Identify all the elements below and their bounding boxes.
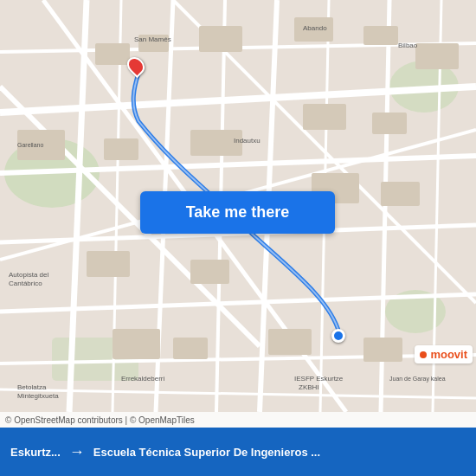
svg-text:IESFP Eskurtze: IESFP Eskurtze <box>294 375 344 383</box>
svg-text:ZKBHI: ZKBHI <box>299 383 319 391</box>
svg-rect-34 <box>372 113 407 134</box>
svg-rect-29 <box>415 43 459 69</box>
origin-marker <box>331 329 345 343</box>
svg-rect-28 <box>363 26 398 45</box>
moovit-branding: moovit <box>415 345 473 363</box>
svg-rect-31 <box>104 138 138 160</box>
svg-rect-26 <box>199 26 242 52</box>
arrow-icon: → <box>69 443 85 461</box>
map-area: San Mamés Abando Bilbao Garellano Indaut… <box>0 0 476 412</box>
svg-text:Indautxu: Indautxu <box>234 137 261 145</box>
svg-rect-36 <box>381 182 420 206</box>
destination-marker <box>128 56 144 75</box>
svg-text:Errekaldeberri: Errekaldeberri <box>121 375 164 383</box>
svg-rect-38 <box>190 260 229 284</box>
app-container: San Mamés Abando Bilbao Garellano Indaut… <box>0 0 476 476</box>
svg-rect-39 <box>113 329 160 359</box>
moovit-dot-icon <box>420 351 427 358</box>
svg-text:Juan de Garay kalea: Juan de Garay kalea <box>389 376 446 383</box>
svg-rect-42 <box>363 338 402 362</box>
svg-rect-37 <box>87 251 130 277</box>
svg-rect-24 <box>95 43 130 65</box>
bottom-bar: Eskurtz... → Escuela Técnica Superior De… <box>0 428 476 476</box>
svg-text:Autopista del: Autopista del <box>9 271 48 279</box>
svg-text:Garellano: Garellano <box>17 142 43 148</box>
from-station-label: Eskurtz... <box>10 446 61 459</box>
svg-rect-41 <box>268 329 312 355</box>
svg-text:San Mamés: San Mamés <box>134 35 171 43</box>
svg-text:Betolatza: Betolatza <box>17 383 47 391</box>
svg-text:Abando: Abando <box>303 24 327 32</box>
take-me-there-button[interactable]: Take me there <box>140 191 335 234</box>
svg-text:Cantábrico: Cantábrico <box>9 280 42 287</box>
svg-text:Mintegitxueta: Mintegitxueta <box>17 392 59 400</box>
to-station-label: Escuela Técnica Superior De Ingenieros .… <box>93 446 466 459</box>
attribution-bar: © OpenStreetMap contributors | © OpenMap… <box>0 412 476 428</box>
moovit-logo-text: moovit <box>430 348 467 361</box>
svg-text:Bilbao: Bilbao <box>398 42 418 49</box>
svg-rect-33 <box>303 104 346 130</box>
svg-rect-40 <box>173 338 208 359</box>
attribution-text: © OpenStreetMap contributors | © OpenMap… <box>5 415 195 425</box>
